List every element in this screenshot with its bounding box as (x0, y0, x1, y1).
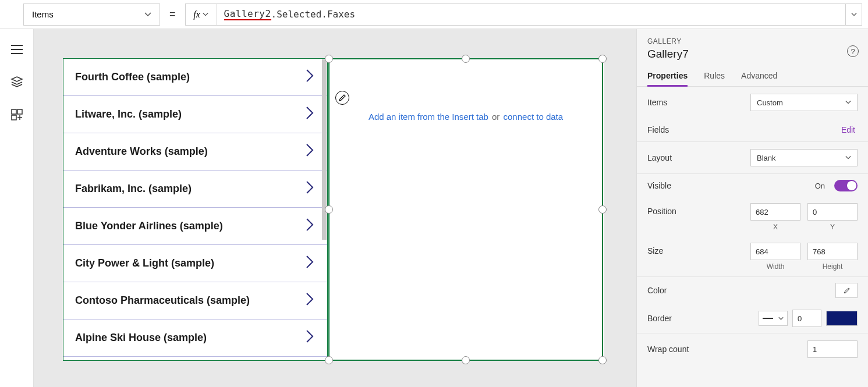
resize-handle[interactable] (598, 205, 607, 214)
list-item[interactable]: Alpine Ski House (sample) (63, 319, 327, 357)
list-item-label: Fabrikam, Inc. (sample) (75, 183, 192, 195)
control-type-label: GALLERY (647, 37, 858, 45)
visible-state: On (815, 182, 825, 190)
list-item[interactable]: City Power & Light (sample) (63, 245, 327, 282)
gallery-selected[interactable]: Add an item from the Insert tab or conne… (328, 58, 603, 361)
chevron-right-icon[interactable] (305, 143, 314, 161)
formula-expr-part1: Gallery2 (224, 8, 271, 20)
position-y-input[interactable] (807, 203, 858, 221)
visible-toggle[interactable] (834, 180, 858, 191)
list-item-label: City Power & Light (sample) (75, 257, 214, 269)
svg-rect-0 (12, 109, 16, 114)
tab-properties[interactable]: Properties (647, 65, 688, 86)
svg-rect-2 (12, 115, 16, 120)
chevron-right-icon[interactable] (305, 68, 314, 86)
pencil-icon (339, 94, 346, 101)
fields-edit-link[interactable]: Edit (841, 125, 858, 134)
list-item[interactable]: Fourth Coffee (sample) (63, 59, 327, 96)
prop-label: Items (647, 98, 667, 107)
help-icon[interactable]: ? (847, 45, 859, 57)
canvas[interactable]: Fourth Coffee (sample)Litware, Inc. (sam… (34, 29, 636, 387)
height-label: Height (823, 262, 843, 271)
chevron-right-icon[interactable] (305, 105, 314, 123)
property-dropdown[interactable]: Items (23, 3, 160, 26)
properties-panel: GALLERY Gallery7 ? Properties Rules Adva… (636, 29, 868, 387)
prop-items: Items Custom (637, 87, 868, 118)
chevron-right-icon[interactable] (305, 329, 314, 347)
chevron-right-icon[interactable] (305, 217, 314, 235)
resize-handle[interactable] (598, 356, 607, 364)
size-width-input[interactable] (750, 243, 800, 260)
resize-handle[interactable] (325, 55, 333, 63)
x-label: X (773, 223, 778, 231)
tab-rules[interactable]: Rules (704, 65, 725, 86)
prop-label: Position (647, 203, 676, 216)
chevron-right-icon[interactable] (305, 180, 314, 198)
chevron-down-icon (203, 12, 208, 17)
gallery-accounts[interactable]: Fourth Coffee (sample)Litware, Inc. (sam… (63, 58, 328, 361)
formula-bar: Items = fx Gallery2.Selected.Faxes (0, 0, 868, 29)
border-width-input[interactable] (792, 310, 821, 327)
chevron-down-icon (851, 12, 857, 17)
property-dropdown-label: Items (32, 9, 54, 19)
prop-border: Border (637, 304, 868, 333)
border-color-picker[interactable] (826, 311, 858, 326)
size-height-input[interactable] (807, 243, 858, 260)
chevron-down-icon (845, 155, 851, 161)
list-item[interactable]: Litware, Inc. (sample) (63, 96, 327, 133)
resize-handle[interactable] (462, 356, 470, 364)
resize-handle[interactable] (462, 55, 470, 63)
tab-advanced[interactable]: Advanced (741, 65, 777, 86)
list-item-label: Contoso Pharmaceuticals (sample) (75, 294, 250, 307)
chevron-down-icon (845, 100, 851, 105)
prop-fields: Fields Edit (637, 118, 868, 142)
list-item-label: Blue Yonder Airlines (sample) (75, 220, 223, 232)
resize-handle[interactable] (325, 356, 333, 364)
y-label: Y (830, 223, 835, 231)
chevron-right-icon[interactable] (305, 292, 314, 310)
prop-label: Color (647, 286, 667, 295)
edit-template-button[interactable] (335, 91, 349, 105)
list-item[interactable]: Blue Yonder Airlines (sample) (63, 208, 327, 245)
list-item[interactable]: Contoso Pharmaceuticals (sample) (63, 282, 327, 319)
resize-handle[interactable] (598, 55, 607, 63)
layers-icon[interactable] (10, 76, 23, 88)
prop-wrap-count: Wrap count (637, 333, 868, 365)
insert-link[interactable]: Add an item from the Insert tab (369, 112, 488, 122)
fx-button[interactable]: fx (185, 3, 217, 26)
formula-expand-button[interactable] (846, 3, 862, 26)
app-screen[interactable]: Fourth Coffee (sample)Litware, Inc. (sam… (63, 58, 604, 361)
hamburger-icon[interactable] (10, 43, 23, 56)
prop-visible: Visible On (637, 174, 868, 197)
wrap-count-input[interactable] (807, 340, 858, 358)
items-dropdown[interactable]: Custom (750, 94, 858, 111)
position-x-input[interactable] (750, 203, 800, 221)
chevron-right-icon[interactable] (305, 254, 314, 272)
gallery-placeholder: Add an item from the Insert tab or conne… (330, 59, 602, 122)
prop-size: Size Width Height (637, 237, 868, 276)
resize-handle[interactable] (325, 205, 333, 214)
list-item[interactable]: Fabrikam, Inc. (sample) (63, 171, 327, 208)
list-item-label: Fourth Coffee (sample) (75, 71, 190, 83)
props-tabs: Properties Rules Advanced (637, 65, 868, 87)
control-name[interactable]: Gallery7 (647, 48, 858, 61)
items-value: Custom (757, 98, 783, 107)
prop-label: Visible (647, 181, 671, 190)
list-item-label: Adventure Works (sample) (75, 145, 208, 158)
border-style-dropdown[interactable] (759, 311, 788, 326)
chevron-down-icon (778, 316, 784, 321)
prop-color: Color (637, 277, 868, 304)
equals-sign: = (160, 8, 185, 20)
color-picker[interactable] (835, 283, 858, 298)
connect-data-link[interactable]: connect to data (504, 112, 564, 122)
prop-label: Border (647, 314, 672, 323)
layout-dropdown[interactable]: Blank (750, 149, 858, 166)
layout-value: Blank (757, 154, 776, 162)
components-icon[interactable] (10, 108, 23, 121)
props-header: GALLERY Gallery7 ? (637, 29, 868, 65)
left-rail (0, 29, 34, 387)
prop-layout: Layout Blank (637, 142, 868, 174)
prop-label: Size (647, 243, 663, 255)
list-item[interactable]: Adventure Works (sample) (63, 133, 327, 171)
formula-input[interactable]: Gallery2.Selected.Faxes (217, 3, 846, 26)
